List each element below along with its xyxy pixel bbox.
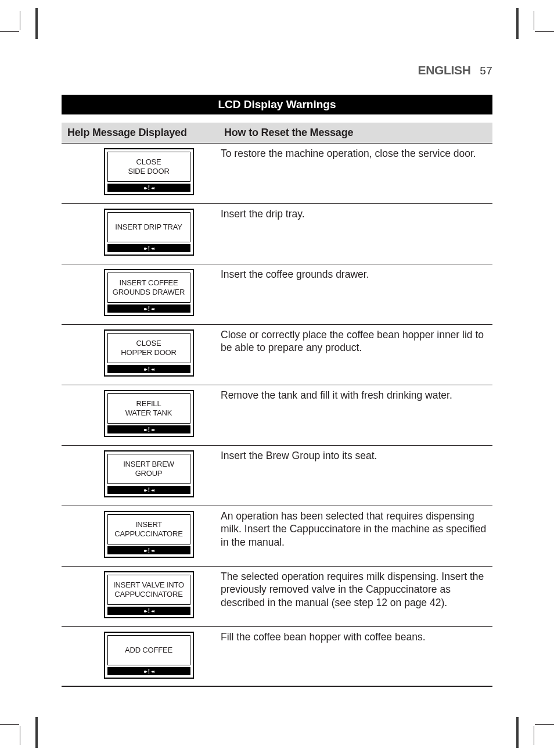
lcd-alert-icon: ▸▸!◂◂ xyxy=(107,365,190,373)
language-label: ENGLISH xyxy=(418,63,470,77)
lcd-cell: INSERT VALVE INTOCAPPUCCINATORE▸▸!◂◂ xyxy=(62,570,218,623)
crop-mark xyxy=(20,11,20,30)
lcd-cell: INSERT COFFEEGROUNDS DRAWER▸▸!◂◂ xyxy=(62,268,218,321)
lcd-alert-icon: ▸▸!◂◂ xyxy=(107,667,190,675)
crop-mark xyxy=(535,31,554,32)
lcd-display: INSERT DRIP TRAY▸▸!◂◂ xyxy=(104,209,194,256)
lcd-message: CLOSESIDE DOOR xyxy=(107,152,190,182)
table-row: INSERT BREW GROUP▸▸!◂◂Insert the Brew Gr… xyxy=(62,445,492,506)
reset-instruction: Insert the Brew Group into its seat. xyxy=(218,449,492,502)
crop-mark xyxy=(20,726,20,745)
lcd-cell: INSERTCAPPUCCINATORE▸▸!◂◂ xyxy=(62,510,218,562)
lcd-alert-icon: ▸▸!◂◂ xyxy=(107,607,190,615)
lcd-display: CLOSESIDE DOOR▸▸!◂◂ xyxy=(104,148,194,195)
lcd-alert-icon: ▸▸!◂◂ xyxy=(107,184,190,192)
lcd-cell: CLOSESIDE DOOR▸▸!◂◂ xyxy=(62,147,218,200)
lcd-display: INSERT BREW GROUP▸▸!◂◂ xyxy=(104,450,194,497)
lcd-alert-icon: ▸▸!◂◂ xyxy=(107,425,190,433)
reset-instruction: The selected operation requires milk dis… xyxy=(218,570,492,623)
table-row: REFILLWATER TANK▸▸!◂◂Remove the tank and… xyxy=(62,385,492,445)
crop-mark xyxy=(0,31,19,32)
column-header-left: Help Message Displayed xyxy=(67,127,187,138)
table-row: INSERT VALVE INTOCAPPUCCINATORE▸▸!◂◂The … xyxy=(62,566,492,626)
table-row: INSERT DRIP TRAY▸▸!◂◂Insert the drip tra… xyxy=(62,203,492,264)
table-row: INSERTCAPPUCCINATORE▸▸!◂◂An operation ha… xyxy=(62,506,492,566)
reset-instruction: Remove the tank and fill it with fresh d… xyxy=(218,389,492,442)
crop-mark xyxy=(535,724,554,725)
lcd-alert-icon: ▸▸!◂◂ xyxy=(107,486,190,494)
lcd-cell: INSERT DRIP TRAY▸▸!◂◂ xyxy=(62,207,218,260)
lcd-alert-icon: ▸▸!◂◂ xyxy=(107,546,190,554)
lcd-alert-icon: ▸▸!◂◂ xyxy=(107,244,190,252)
reset-instruction: Fill the coffee bean hopper with coffee … xyxy=(218,630,492,682)
table-row: CLOSEHOPPER DOOR▸▸!◂◂Close or correctly … xyxy=(62,324,492,385)
lcd-message: INSERTCAPPUCCINATORE xyxy=(107,514,190,544)
table-body: CLOSESIDE DOOR▸▸!◂◂To restore the machin… xyxy=(62,143,492,687)
table-row: INSERT COFFEEGROUNDS DRAWER▸▸!◂◂Insert t… xyxy=(62,264,492,324)
lcd-display: CLOSEHOPPER DOOR▸▸!◂◂ xyxy=(104,329,194,377)
crop-mark xyxy=(534,11,534,30)
section-title: LCD Display Warnings xyxy=(62,95,492,114)
lcd-display: INSERTCAPPUCCINATORE▸▸!◂◂ xyxy=(104,511,194,558)
lcd-message: ADD COFFEE xyxy=(107,635,190,665)
crop-mark xyxy=(0,724,19,725)
manual-page: ENGLISH 57 LCD Display Warnings Help Mes… xyxy=(20,31,534,725)
lcd-message: CLOSEHOPPER DOOR xyxy=(107,333,190,363)
page-number: 57 xyxy=(480,65,492,77)
running-head: ENGLISH 57 xyxy=(62,63,492,77)
lcd-message: INSERT DRIP TRAY xyxy=(107,212,190,242)
lcd-cell: CLOSEHOPPER DOOR▸▸!◂◂ xyxy=(62,328,218,381)
lcd-alert-icon: ▸▸!◂◂ xyxy=(107,304,190,313)
table-row: ADD COFFEE▸▸!◂◂Fill the coffee bean hopp… xyxy=(62,626,492,687)
reset-instruction: Insert the drip tray. xyxy=(218,207,492,260)
lcd-display: INSERT COFFEEGROUNDS DRAWER▸▸!◂◂ xyxy=(104,269,194,316)
lcd-message: INSERT BREW GROUP xyxy=(107,454,190,484)
lcd-message: REFILLWATER TANK xyxy=(107,393,190,424)
lcd-display: ADD COFFEE▸▸!◂◂ xyxy=(104,632,194,679)
reset-instruction: To restore the machine operation, close … xyxy=(218,147,492,200)
reset-instruction: Close or correctly place the coffee bean… xyxy=(218,328,492,381)
table-header-row: Help Message Displayed How to Reset the … xyxy=(62,114,492,143)
crop-mark xyxy=(534,726,534,745)
column-header-right: How to Reset the Message xyxy=(224,127,353,138)
lcd-message: INSERT COFFEEGROUNDS DRAWER xyxy=(107,273,190,303)
reset-instruction: An operation has been selected that requ… xyxy=(218,510,492,562)
lcd-cell: ADD COFFEE▸▸!◂◂ xyxy=(62,630,218,682)
table-row: CLOSESIDE DOOR▸▸!◂◂To restore the machin… xyxy=(62,143,492,203)
lcd-cell: REFILLWATER TANK▸▸!◂◂ xyxy=(62,389,218,442)
lcd-message: INSERT VALVE INTOCAPPUCCINATORE xyxy=(107,575,190,605)
reset-instruction: Insert the coffee grounds drawer. xyxy=(218,268,492,321)
lcd-display: INSERT VALVE INTOCAPPUCCINATORE▸▸!◂◂ xyxy=(104,571,194,618)
lcd-cell: INSERT BREW GROUP▸▸!◂◂ xyxy=(62,449,218,502)
lcd-display: REFILLWATER TANK▸▸!◂◂ xyxy=(104,390,194,437)
